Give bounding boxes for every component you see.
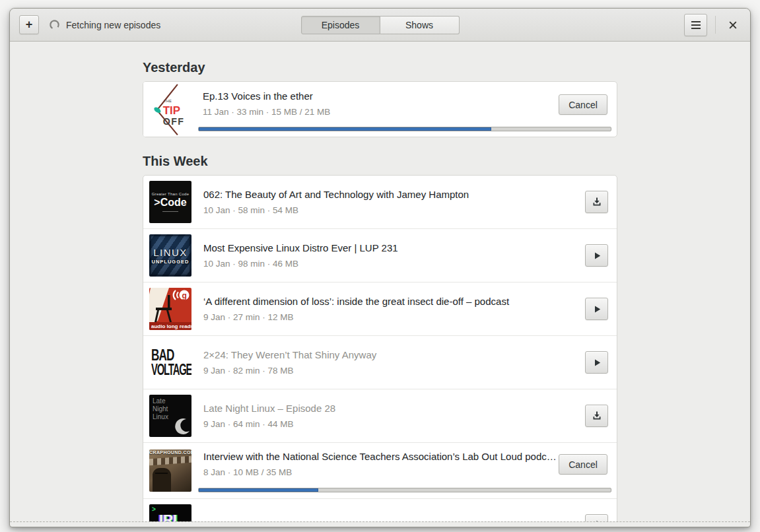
play-icon — [592, 357, 602, 368]
window-controls — [684, 14, 744, 36]
episode-title: Bot or Not — [203, 520, 585, 523]
section-heading-yesterday: Yesterday — [143, 42, 617, 75]
episode-title: 2×24: They Weren’t That Shiny Anyway — [203, 349, 585, 360]
episode-meta: 9 Jan · 64 min · 44 MB — [203, 419, 585, 429]
play-button[interactable] — [585, 244, 608, 267]
podcast-cover-greater-than-code: Greater Than Code >Code — [149, 181, 191, 223]
headerbar: + Fetching new episodes Episodes Shows — [10, 9, 750, 42]
podcast-cover-bad-voltage: BAD VOLTAGE — [149, 341, 191, 383]
podcast-cover-craphound: CRAPHOUND.COM — [149, 449, 191, 492]
episode-row[interactable]: BAD VOLTAGE 2×24: They Weren’t That Shin… — [143, 335, 617, 389]
cover-decoration — [153, 468, 171, 492]
download-button[interactable] — [585, 191, 608, 213]
cover-decoration — [149, 456, 191, 465]
episodes-view: Yesterday THE TIP OFF — [10, 42, 750, 522]
cover-text: UNPLUGGED — [152, 259, 190, 265]
episode-meta: 8 Jan · 10 MB / 35 MB — [203, 467, 559, 477]
episode-row[interactable]: CRAPHOUND.COM Interview with the Nationa… — [143, 442, 617, 498]
svg-text:THE: THE — [164, 99, 172, 103]
plus-icon: + — [26, 18, 33, 32]
episode-title: ‘A different dimension of loss’: inside … — [203, 296, 585, 307]
cover-decoration — [155, 473, 168, 477]
header-separator — [715, 16, 716, 34]
play-icon — [592, 304, 602, 314]
view-switcher: Episodes Shows — [301, 16, 460, 34]
podcast-cover-linux-unplugged: LINUX UNPLUGGED — [149, 234, 191, 277]
download-progress — [198, 488, 611, 492]
svg-text:OFF: OFF — [163, 116, 184, 127]
episode-meta: 10 Jan · 58 min · 54 MB — [203, 205, 585, 215]
svg-text:audio long reads: audio long reads — [151, 323, 191, 329]
progress-fill — [199, 127, 491, 131]
episode-title: 062: The Beauty of Art and Technology wi… — [203, 189, 585, 200]
episode-card-this-week: Greater Than Code >Code 062: The Beauty … — [143, 175, 617, 522]
download-progress — [198, 127, 611, 131]
menu-button[interactable] — [684, 14, 707, 36]
episode-row[interactable]: > IRL Bot or Not — [143, 498, 617, 522]
episode-meta: 10 Jan · 98 min · 46 MB — [203, 259, 585, 269]
cancel-button[interactable]: Cancel — [559, 94, 607, 115]
close-icon — [728, 20, 738, 30]
cover-decoration — [162, 211, 178, 212]
cover-text: CRAPHOUND.COM — [149, 450, 191, 455]
episode-row[interactable]: g audio long reads ‘A different dimensio… — [143, 282, 617, 335]
svg-text:g: g — [182, 291, 187, 300]
headerbar-status: Fetching new episodes — [66, 20, 160, 30]
episode-title: Interview with the National Science Teac… — [203, 451, 559, 462]
cover-text: Late Night Linux — [153, 397, 168, 421]
episode-meta: 9 Jan · 27 min · 12 MB — [203, 312, 585, 322]
cancel-button[interactable]: Cancel — [559, 454, 607, 475]
app-window: + Fetching new episodes Episodes Shows Y… — [9, 8, 751, 527]
episode-row[interactable]: Late Night Linux Late Night Linux – Epis… — [143, 389, 617, 442]
download-icon — [592, 520, 602, 522]
podcast-cover-the-tip-off: THE TIP OFF — [143, 82, 198, 137]
podcast-cover-late-night-linux: Late Night Linux — [149, 395, 191, 437]
tab-episodes[interactable]: Episodes — [301, 16, 380, 34]
episode-title: Late Night Linux – Episode 28 — [203, 403, 585, 414]
cover-text: Greater Than Code — [152, 192, 190, 196]
play-button[interactable] — [585, 351, 608, 374]
progress-fill — [199, 488, 318, 492]
play-button[interactable] — [585, 298, 608, 320]
tab-shows[interactable]: Shows — [380, 16, 460, 34]
add-podcast-button[interactable]: + — [19, 15, 39, 34]
cover-text: IRL — [149, 512, 191, 522]
podcast-cover-audio-long-reads: g audio long reads — [149, 288, 191, 330]
episode-title: Most Expensive Linux Distro Ever | LUP 2… — [203, 242, 585, 253]
cover-text: >Code — [154, 197, 186, 209]
episode-row[interactable]: LINUX UNPLUGGED Most Expensive Linux Dis… — [143, 228, 617, 282]
download-button[interactable] — [585, 405, 608, 427]
menu-icon — [691, 24, 701, 26]
play-icon — [592, 250, 602, 261]
episode-title: Ep.13 Voices in the ether — [203, 90, 559, 102]
section-heading-this-week: This Week — [143, 137, 617, 169]
crescent-moon-shape — [174, 418, 191, 436]
svg-text:TIP: TIP — [163, 104, 180, 117]
episode-meta: 9 Jan · 82 min · 78 MB — [203, 366, 585, 376]
spinner-icon — [49, 19, 60, 30]
download-icon — [592, 197, 602, 207]
close-button[interactable] — [723, 15, 743, 35]
download-button[interactable] — [585, 514, 608, 522]
episode-row[interactable]: Greater Than Code >Code 062: The Beauty … — [143, 176, 617, 228]
cover-text: VOLTAGE — [151, 362, 183, 377]
episode-meta: 11 Jan · 33 min · 15 MB / 21 MB — [203, 107, 559, 117]
download-icon — [592, 411, 602, 421]
episode-row[interactable]: THE TIP OFF Ep.13 Voices in the ether 11… — [143, 82, 617, 137]
episode-card-yesterday: THE TIP OFF Ep.13 Voices in the ether 11… — [143, 81, 617, 137]
cover-text: LINUX — [153, 247, 188, 258]
podcast-cover-irl: > IRL — [149, 504, 191, 522]
